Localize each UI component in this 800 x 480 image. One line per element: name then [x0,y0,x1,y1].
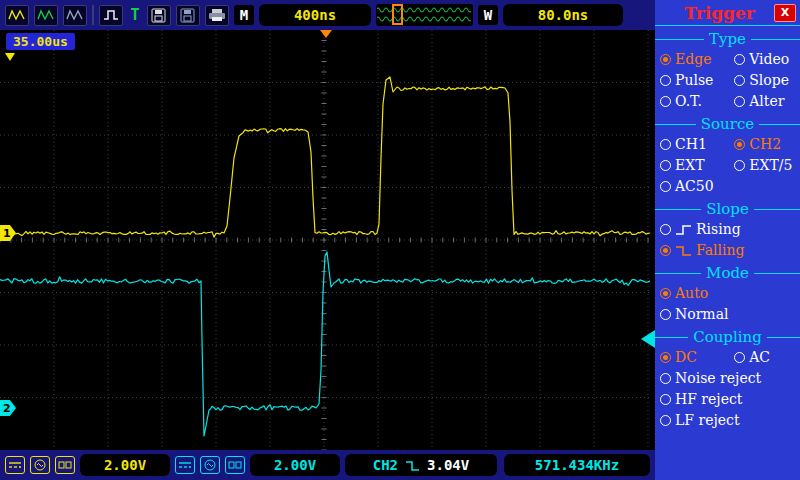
trigger-menu: Trigger X TypeEdgeVideoPulseSlopeO.T.Alt… [655,0,800,480]
falling-edge-icon [675,245,692,257]
radio-icon [660,288,671,299]
radio-icon [660,96,671,107]
option-o-t[interactable]: O.T. [660,93,734,110]
radio-icon [660,54,671,65]
section-options: EdgeVideoPulseSlopeO.T.Alter [655,51,800,110]
section-options: AutoNormal [655,285,800,323]
radio-icon [660,309,671,320]
scope-graticule [0,30,650,450]
option-label: Alter [749,93,784,110]
ch1-dc-coupling-icon [5,456,25,474]
floppy-glyph [180,8,196,23]
trigger-level-marker[interactable] [641,330,655,348]
radio-icon [734,75,745,86]
option-slope[interactable]: Slope [734,72,795,89]
section-options: DCACNoise rejectHF rejectLF reject [655,349,800,429]
option-label: Video [749,51,789,68]
radio-icon [660,245,671,256]
option-ext-5[interactable]: EXT/5 [734,157,795,174]
option-label: AC50 [675,178,714,195]
option-normal[interactable]: Normal [660,306,795,323]
trigger-delay-arrow-icon [5,53,15,61]
section-mode: ModeAutoNormal [655,264,800,323]
option-label: Noise reject [675,370,761,387]
wave-glyph [37,8,55,22]
option-label: Auto [675,285,708,302]
window-timebase-value: 80.0ns [503,4,623,26]
radio-icon [660,394,671,405]
menu-title: Trigger [665,3,774,23]
option-pulse[interactable]: Pulse [660,72,734,89]
dc-glyph [8,459,22,471]
option-label: EXT [675,157,705,174]
option-noise-reject[interactable]: Noise reject [660,370,795,387]
option-ac50[interactable]: AC50 [660,178,734,195]
option-falling[interactable]: Falling [660,242,795,259]
section-title-coupling: Coupling [655,328,800,346]
wave-glyph [66,8,84,22]
ch1-invert-icon [30,456,50,474]
record-preview[interactable] [376,4,473,26]
yellow-wave-icon[interactable] [5,5,29,26]
option-ch1[interactable]: CH1 [660,136,734,153]
option-lf-reject[interactable]: LF reject [660,412,795,429]
green-wave-icon[interactable] [34,5,58,26]
section-options: CH1CH2EXTEXT/5AC50 [655,136,800,195]
radio-icon [660,415,671,426]
section-slope: SlopeRisingFalling [655,200,800,259]
section-source: SourceCH1CH2EXTEXT/5AC50 [655,115,800,195]
gray-wave-icon[interactable] [63,5,87,26]
section-title-source: Source [655,115,800,133]
trigger-source-label: CH2 [373,457,398,473]
trigger-menu-sections: TypeEdgeVideoPulseSlopeO.T.AlterSourceCH… [655,30,800,429]
ch2-dc-coupling-icon [175,456,195,474]
radio-icon [660,181,671,192]
option-video[interactable]: Video [734,51,795,68]
close-button[interactable]: X [774,4,796,22]
option-ac[interactable]: AC [734,349,795,366]
option-label: CH1 [675,136,707,153]
pulse-icon[interactable] [99,5,123,26]
radio-icon [734,139,745,150]
trigger-level-readout: 3.04V [427,457,469,473]
option-label: DC [675,349,697,366]
option-ext[interactable]: EXT [660,157,734,174]
option-label: Rising [696,221,741,238]
save-icon[interactable] [147,5,171,26]
option-edge[interactable]: Edge [660,51,734,68]
ch2-scale-readout: 2.00V [250,454,340,476]
radio-icon [734,96,745,107]
radio-icon [660,352,671,363]
print-icon[interactable] [205,5,229,26]
trigger-position-icon[interactable] [320,30,332,38]
option-label: Pulse [675,72,713,89]
option-auto[interactable]: Auto [660,285,795,302]
trigger-menu-header: Trigger X [655,0,800,26]
section-coupling: CouplingDCACNoise rejectHF rejectLF reje… [655,328,800,429]
radio-icon [734,352,745,363]
radio-icon [660,160,671,171]
trigger-t-icon[interactable]: T [128,6,142,24]
option-rising[interactable]: Rising [660,221,795,238]
toolbar-divider [92,5,94,25]
ch1-scale-readout: 2.00V [80,454,170,476]
option-ch2[interactable]: CH2 [734,136,795,153]
recall-icon[interactable] [176,5,200,26]
falling-edge-icon [405,459,420,472]
section-title-type: Type [655,30,800,48]
option-label: Normal [675,306,728,323]
option-hf-reject[interactable]: HF reject [660,391,795,408]
option-label: Slope [749,72,789,89]
ch2-invert-icon [200,456,220,474]
floppy-glyph [151,8,167,23]
option-label: CH2 [749,136,781,153]
squares-glyph [58,459,72,471]
option-dc[interactable]: DC [660,349,734,366]
option-alter[interactable]: Alter [734,93,795,110]
record-preview-glyph [376,4,473,26]
option-label: O.T. [675,93,702,110]
window-timebase-label: W [478,5,498,25]
falling-edge-glyph [405,459,420,472]
circle-wave-glyph [203,459,217,471]
oscilloscope-ui: T M 400ns W 80.0ns 35.00us 1 2 [0,0,800,480]
